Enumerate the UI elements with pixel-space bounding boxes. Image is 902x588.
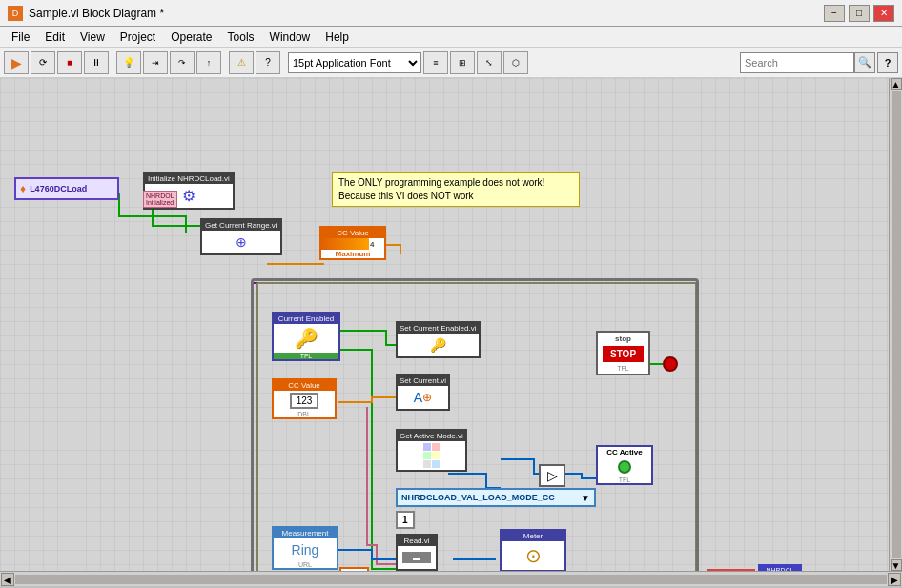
step-out-button[interactable]: ↑ <box>196 51 221 74</box>
scroll-left-btn[interactable]: ◀ <box>1 573 14 586</box>
read-vi-title: Read.vi <box>398 536 436 546</box>
initialize-vi-title: Initialize NHRDCLoad.vi <box>145 173 233 184</box>
gam-g2 <box>432 443 440 451</box>
cc-value-inner-title: CC Value <box>274 380 335 391</box>
search-box: 🔍 ? <box>740 52 898 73</box>
nhrdl-indicator: NHRDOLInitialized <box>143 191 177 208</box>
block-diagram-canvas[interactable]: L4760DCLoad Initialize NHRDCLoad.vi ⚙ NH… <box>0 78 902 571</box>
help-button[interactable]: ? <box>877 52 898 73</box>
resize-button[interactable]: ⤡ <box>477 51 502 74</box>
meter-node[interactable]: Meter ⊙ <box>500 529 566 571</box>
run-button[interactable]: ▶ <box>4 51 29 74</box>
search-input[interactable] <box>740 52 854 73</box>
get-range-body: ⊕ <box>202 231 280 253</box>
toolbar: ▶ ⟳ ■ ⏸ 💡 ⇥ ↷ ↑ ⚠ ? 15pt Application Fon… <box>0 48 902 78</box>
search-button[interactable]: 🔍 <box>854 52 875 73</box>
font-select[interactable]: 15pt Application Font <box>288 52 421 73</box>
measurement-title: Measurement <box>274 528 337 538</box>
context-help-button[interactable]: ? <box>256 51 280 74</box>
get-active-mode-grid <box>423 443 440 468</box>
nhrdcl-close-label: NHRDCL <box>760 566 800 571</box>
menu-project[interactable]: Project <box>113 29 163 46</box>
vertical-scrollbar[interactable]: ▲ ▼ <box>889 78 902 571</box>
dist-button[interactable]: ⊞ <box>450 51 475 74</box>
cc-value-inner-node[interactable]: CC Value 123 DBL <box>272 378 337 419</box>
set-current-enabled-body: 🔑 <box>398 334 479 356</box>
l4760-node[interactable]: L4760DCLoad <box>14 177 119 200</box>
set-current-enabled-icon: 🔑 <box>430 337 446 353</box>
stop-tfl: TFL <box>600 365 646 372</box>
scroll-thumb[interactable] <box>892 91 901 558</box>
meter-icon: ⊙ <box>525 544 542 567</box>
menu-tools[interactable]: Tools <box>220 29 262 46</box>
meter-title: Meter <box>502 531 564 541</box>
gam-g1 <box>423 443 431 451</box>
cc-bar-end: 4 <box>369 239 375 250</box>
run-cont-button[interactable]: ⟳ <box>31 51 55 74</box>
warning-button[interactable]: ⚠ <box>229 51 254 74</box>
cc-active-tfl: TFL <box>598 476 651 483</box>
scroll-up-btn[interactable]: ▲ <box>891 78 902 90</box>
read-vi[interactable]: Read.vi ▬ <box>396 534 438 571</box>
num-1-value: 1 <box>402 515 408 525</box>
step-into-button[interactable]: ↷ <box>170 51 195 74</box>
cc-bar <box>321 238 369 250</box>
scroll-right-btn[interactable]: ▶ <box>888 573 901 586</box>
gam-g6 <box>432 460 440 468</box>
window-title: Sample.vi Block Diagram * <box>29 7 824 20</box>
stop-label: stop <box>600 335 646 343</box>
minimize-button[interactable]: − <box>824 5 845 22</box>
cc-value-top-label: CC Value <box>321 228 384 238</box>
abort-button[interactable]: ■ <box>57 51 82 74</box>
initialize-vi-icon: ⚙ <box>182 187 195 205</box>
menu-file[interactable]: File <box>4 29 37 46</box>
horizontal-scrollbar[interactable]: ◀ ▶ <box>0 571 902 586</box>
get-current-range-vi[interactable]: Get Current Range.vi ⊕ <box>200 218 282 255</box>
current-enabled-node[interactable]: Current Enabled 🔑 TFL <box>272 312 340 361</box>
menu-help[interactable]: Help <box>318 29 357 46</box>
error-cluster[interactable]: ⚠ Err <box>707 569 755 571</box>
set-current-icon: A <box>414 390 422 405</box>
maximize-button[interactable]: □ <box>849 5 870 22</box>
numeric-const-1[interactable]: 1 <box>396 511 415 529</box>
window-controls: − □ ✕ <box>824 5 894 22</box>
set-current-body: A ⊕ <box>398 386 448 409</box>
nhrdcload-enum-arrow: ▼ <box>581 493 590 503</box>
meter-body: ⊙ <box>502 541 564 570</box>
get-active-mode-title: Get Active Mode.vi <box>398 431 465 441</box>
highlight-button[interactable]: 💡 <box>116 51 141 74</box>
reorder-button[interactable]: ⬡ <box>503 51 528 74</box>
step-over-button[interactable]: ⇥ <box>143 51 168 74</box>
set-current-enabled-vi[interactable]: Set Current Enabled.vi 🔑 <box>396 321 481 358</box>
cc-value-display-top: CC Value 4 Maximum <box>319 226 386 260</box>
compare-icon: ▷ <box>547 468 558 483</box>
menu-window[interactable]: Window <box>262 29 318 46</box>
hscroll-thumb[interactable] <box>15 575 887 584</box>
compare-node[interactable]: ▷ <box>539 464 565 487</box>
set-current-vi[interactable]: Set Current.vi A ⊕ <box>396 374 450 411</box>
title-bar: D Sample.vi Block Diagram * − □ ✕ <box>0 0 902 27</box>
cc-active-node[interactable]: CC Active TFL <box>596 445 653 485</box>
stop-btn-inner[interactable]: STOP <box>603 346 644 362</box>
menu-edit[interactable]: Edit <box>37 29 72 46</box>
menu-bar: File Edit View Project Operate Tools Win… <box>0 27 902 48</box>
nhrdcl-close-node[interactable]: NHRDCL Close <box>758 564 802 571</box>
stop-button-node[interactable]: stop STOP TFL <box>596 331 650 375</box>
comment-box: The ONLY programming example does not wo… <box>332 172 580 207</box>
cc-maximum-label: Maximum <box>321 250 384 258</box>
current-enabled-title: Current Enabled <box>274 314 338 324</box>
cc-active-led <box>618 460 631 474</box>
comment-line2: Because this VI does NOT work <box>338 190 573 203</box>
align-button[interactable]: ≡ <box>423 51 448 74</box>
menu-operate[interactable]: Operate <box>163 29 219 46</box>
stop-terminal[interactable] <box>663 356 678 372</box>
gam-g3 <box>423 452 431 459</box>
scroll-down-btn[interactable]: ▼ <box>891 559 902 571</box>
get-active-mode-vi[interactable]: Get Active Mode.vi <box>396 429 467 472</box>
measurement-node[interactable]: Measurement Ring URL <box>272 526 338 570</box>
nhrdcload-enum[interactable]: NHRDCLOAD_VAL_LOAD_MODE_CC ▼ <box>396 488 596 507</box>
close-button[interactable]: ✕ <box>873 5 894 22</box>
numeric-const-100[interactable]: 100 <box>339 567 369 571</box>
menu-view[interactable]: View <box>72 29 113 46</box>
pause-button[interactable]: ⏸ <box>84 51 109 74</box>
